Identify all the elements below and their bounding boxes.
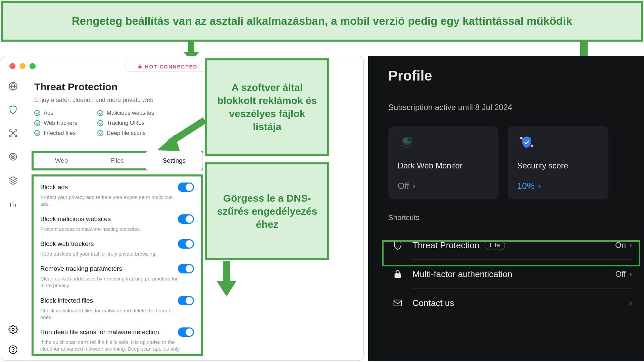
arrow-to-tabs — [151, 117, 208, 154]
svg-point-15 — [410, 138, 410, 139]
window-controls[interactable] — [9, 63, 36, 69]
feature-item: Tracking URLs — [97, 120, 154, 126]
row-value: Off› — [615, 269, 632, 279]
stats-icon[interactable] — [7, 198, 19, 209]
callout-text: A szoftver által blokkolt reklámok és ve… — [214, 81, 320, 133]
setting-desc: If the quick scan can't tell if a file i… — [40, 339, 181, 356]
feature-item: Malicious websites — [97, 110, 154, 116]
setting-row: Block ads Protect your privacy and reduc… — [40, 183, 194, 208]
toggle-switch[interactable] — [178, 183, 194, 192]
svg-point-17 — [531, 145, 533, 147]
arrow-scroll-down — [215, 261, 238, 298]
security-score-icon — [517, 134, 536, 150]
row-value: › — [629, 298, 632, 308]
svg-point-6 — [10, 153, 17, 160]
banner-text: Rengeteg beállítás van az asztali alkalm… — [72, 14, 572, 28]
setting-row: Run deep file scans for malware detectio… — [40, 327, 194, 356]
card-title: Dark Web Monitor — [398, 161, 489, 170]
check-icon — [34, 120, 40, 126]
chevron-right-icon: › — [538, 181, 541, 191]
sidebar-rail-bottom — [1, 325, 25, 356]
chevron-right-icon: › — [629, 298, 632, 308]
feature-item: Ads — [34, 110, 77, 116]
tab-web[interactable]: Web — [34, 153, 89, 168]
gear-icon[interactable] — [8, 325, 18, 335]
setting-label: Block malicious websites — [40, 215, 111, 223]
minimize-icon[interactable] — [19, 63, 26, 69]
card-dark-web-monitor[interactable]: Dark Web Monitor Off› — [388, 126, 498, 199]
svg-point-11 — [13, 351, 13, 352]
setting-label: Block web trackers — [40, 240, 94, 248]
section-header: Shortcuts — [388, 213, 644, 222]
setting-row: Block malicious websites Prevent access … — [40, 214, 194, 232]
row-contact[interactable]: Contact us › — [382, 289, 644, 317]
card-value: Off› — [398, 181, 489, 191]
setting-label: Run deep file scans for malware detectio… — [40, 328, 159, 336]
card-security-score[interactable]: Security score 10%› — [508, 126, 608, 199]
callout-blocked-list: A szoftver által blokkolt reklámok és ve… — [205, 58, 329, 156]
shield-icon[interactable] — [7, 104, 19, 115]
layers-icon[interactable] — [7, 174, 19, 186]
svg-point-16 — [520, 137, 523, 139]
maximize-icon[interactable] — [30, 63, 36, 69]
svg-rect-18 — [394, 300, 402, 306]
mobile-screen: Profile Subscription active until 8 Jul … — [368, 56, 644, 361]
svg-point-9 — [12, 328, 14, 331]
lock-icon — [138, 64, 142, 69]
svg-point-14 — [408, 138, 411, 141]
toggle-switch[interactable] — [178, 239, 194, 249]
setting-desc: Protect your privacy and reduce your exp… — [40, 194, 181, 208]
setting-desc: Check downloaded files for malware and d… — [40, 307, 181, 321]
check-icon — [97, 110, 103, 116]
toggle-switch[interactable] — [178, 264, 194, 273]
connection-status: NOT CONNECTED — [126, 61, 209, 72]
setting-label: Block infected files — [40, 297, 93, 304]
tab-files[interactable]: Files — [89, 153, 145, 168]
svg-point-1 — [12, 133, 14, 134]
target-icon[interactable] — [7, 151, 19, 162]
close-icon[interactable] — [9, 63, 15, 69]
setting-row: Block infected files Check downloaded fi… — [40, 296, 194, 321]
help-icon[interactable] — [8, 345, 18, 356]
check-icon — [97, 130, 103, 136]
lock-icon — [392, 269, 404, 279]
feature-item: Deep file scans — [97, 130, 154, 137]
card-title: Security score — [517, 161, 599, 170]
connection-status-text: NOT CONNECTED — [145, 64, 198, 69]
toggle-switch[interactable] — [178, 327, 194, 337]
dark-web-icon — [398, 134, 416, 150]
sidebar-rail — [1, 78, 25, 360]
mobile-title: Profile — [388, 68, 644, 84]
row-label: Contact us — [412, 298, 629, 308]
setting-desc: Keep trackers off your trail for truly p… — [40, 251, 181, 257]
setting-desc: Prevent access to malware-hosting websit… — [40, 226, 181, 232]
mail-icon — [392, 298, 404, 308]
setting-desc: Clean up web addresses by removing track… — [40, 275, 181, 289]
setting-label: Block ads — [40, 184, 68, 191]
highlight-threat-protection — [382, 240, 640, 266]
svg-point-2 — [10, 130, 11, 132]
setting-row: Remove tracking parameters Clean up web … — [40, 264, 194, 289]
svg-point-4 — [10, 135, 11, 137]
check-icon — [34, 110, 40, 116]
callout-dns-scroll: Görgess le a DNS-szűrés engedélyezés éhe… — [205, 162, 329, 260]
row-label: Multi-factor authentication — [412, 269, 615, 279]
toggle-switch[interactable] — [178, 296, 194, 305]
cards-row: Dark Web Monitor Off› Security score 10%… — [388, 126, 644, 199]
chevron-right-icon: › — [412, 181, 415, 191]
toggle-switch[interactable] — [178, 214, 194, 224]
svg-point-3 — [15, 130, 17, 132]
svg-point-5 — [15, 135, 17, 137]
mesh-icon[interactable] — [7, 127, 19, 139]
top-banner: Rengeteg beállítás van az asztali alkalm… — [1, 1, 643, 42]
check-icon — [97, 120, 103, 126]
settings-panel: Block ads Protect your privacy and reduc… — [32, 174, 203, 356]
setting-label: Remove tracking parameters — [40, 265, 122, 272]
check-icon — [34, 130, 40, 136]
callout-text: Görgess le a DNS-szűrés engedélyezés éhe… — [214, 192, 320, 231]
globe-icon[interactable] — [7, 81, 19, 92]
chevron-right-icon: › — [629, 269, 632, 279]
subscription-text: Subscription active until 8 Jul 2024 — [388, 103, 644, 112]
setting-row: Block web trackers Keep trackers off you… — [40, 239, 194, 257]
feature-item: Web trackers — [34, 120, 77, 126]
